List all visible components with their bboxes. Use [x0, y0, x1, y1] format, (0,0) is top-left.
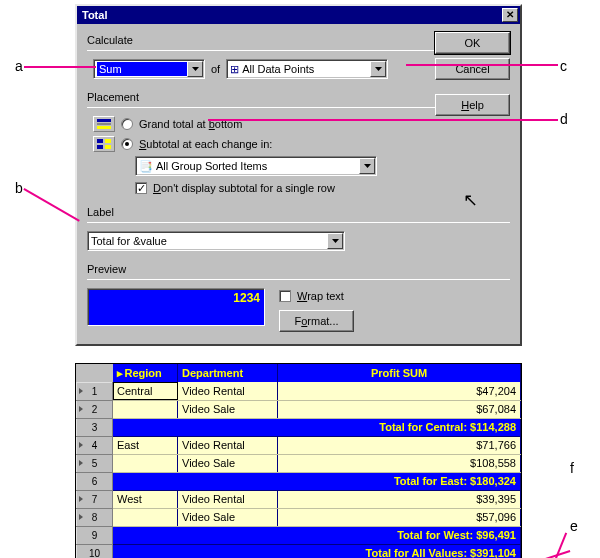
cell-profit[interactable]: $67,084: [278, 400, 521, 418]
row-header[interactable]: 10: [77, 544, 113, 558]
svg-rect-6: [105, 139, 111, 143]
total-row: Total for West: $96,491: [113, 526, 521, 544]
svg-rect-4: [97, 126, 111, 129]
grand-total-icon: [93, 116, 115, 132]
function-select[interactable]: Sum: [93, 59, 205, 79]
wrap-text-checkbox[interactable]: [279, 290, 291, 302]
annot-b: b: [15, 180, 23, 196]
dialog-title: Total: [82, 9, 502, 21]
annot-d: d: [560, 111, 568, 127]
grand-total-radio[interactable]: [121, 118, 133, 130]
cell-department[interactable]: Video Sale: [178, 454, 278, 472]
format-button[interactable]: Format...: [279, 310, 354, 332]
help-button[interactable]: Help: [435, 94, 510, 116]
label-value: Total for &value: [91, 235, 327, 247]
cell-department[interactable]: Video Rental: [178, 490, 278, 508]
cell-profit[interactable]: $47,204: [278, 382, 521, 400]
svg-rect-8: [105, 145, 111, 149]
svg-marker-9: [364, 164, 371, 168]
row-header[interactable]: 5: [77, 454, 113, 472]
total-row: Total for Central: $114,288: [113, 418, 521, 436]
data-points-select[interactable]: ⊞ All Data Points: [226, 59, 388, 79]
data-points-value: All Data Points: [242, 63, 370, 75]
cell-region[interactable]: East: [113, 436, 178, 454]
cell-department[interactable]: Video Sale: [178, 400, 278, 418]
data-grid: ▸Region Department Profit SUM 1CentralVi…: [75, 363, 522, 558]
svg-rect-7: [97, 145, 103, 149]
preview-label: Preview: [87, 263, 510, 275]
row-header[interactable]: 4: [77, 436, 113, 454]
total-dialog: Total ✕ OK Cancel Help Calculate Sum of …: [75, 4, 522, 346]
row-header[interactable]: 2: [77, 400, 113, 418]
subtotal-option[interactable]: Subtotal at each change in:: [139, 138, 272, 150]
ok-button[interactable]: OK: [435, 32, 510, 54]
subtotal-radio[interactable]: [121, 138, 133, 150]
row-header[interactable]: 7: [77, 490, 113, 508]
annot-line-d: [208, 119, 558, 121]
chevron-down-icon[interactable]: [359, 158, 375, 174]
chevron-down-icon[interactable]: [187, 61, 203, 77]
dont-display-option[interactable]: Don't display subtotal for a single row: [153, 182, 335, 194]
group-select[interactable]: 📑 All Group Sorted Items: [135, 156, 377, 176]
chevron-down-icon[interactable]: [327, 233, 343, 249]
grid-corner: [77, 364, 113, 382]
svg-rect-5: [97, 139, 103, 143]
svg-rect-2: [97, 119, 111, 122]
subtotal-icon: [93, 136, 115, 152]
annot-e: e: [570, 518, 578, 534]
svg-marker-0: [192, 67, 199, 71]
preview-box: 1234: [87, 288, 265, 326]
svg-marker-10: [332, 239, 339, 243]
close-icon[interactable]: ✕: [502, 8, 518, 22]
col-profit[interactable]: Profit SUM: [278, 364, 521, 382]
row-header[interactable]: 3: [77, 418, 113, 436]
cell-region[interactable]: [113, 508, 178, 526]
dialog-titlebar[interactable]: Total ✕: [77, 6, 520, 24]
cell-profit[interactable]: $57,096: [278, 508, 521, 526]
cell-region[interactable]: Central: [113, 382, 178, 400]
cell-region[interactable]: West: [113, 490, 178, 508]
label-select[interactable]: Total for &value: [87, 231, 345, 251]
wrap-text-option[interactable]: Wrap text: [297, 290, 344, 302]
label-label: Label: [87, 206, 510, 218]
group-value: All Group Sorted Items: [156, 160, 359, 172]
annot-c: c: [560, 58, 567, 74]
col-region[interactable]: ▸Region: [113, 364, 178, 382]
row-header[interactable]: 8: [77, 508, 113, 526]
row-header[interactable]: 6: [77, 472, 113, 490]
cancel-button[interactable]: Cancel: [435, 58, 510, 80]
col-department[interactable]: Department: [178, 364, 278, 382]
total-row: Total for All Values: $391,104: [113, 544, 521, 558]
annot-f: f: [570, 460, 574, 476]
cell-profit[interactable]: $108,558: [278, 454, 521, 472]
function-value: Sum: [97, 62, 187, 76]
chevron-down-icon[interactable]: [370, 61, 386, 77]
annot-line-c: [406, 64, 558, 66]
cell-region[interactable]: [113, 400, 178, 418]
preview-value: 1234: [233, 291, 260, 305]
row-header[interactable]: 9: [77, 526, 113, 544]
cell-department[interactable]: Video Sale: [178, 508, 278, 526]
dont-display-checkbox[interactable]: ✓: [135, 182, 147, 194]
svg-marker-1: [375, 67, 382, 71]
annot-a: a: [15, 58, 23, 74]
of-label: of: [211, 63, 220, 75]
cell-department[interactable]: Video Rental: [178, 382, 278, 400]
cell-profit[interactable]: $39,395: [278, 490, 521, 508]
total-row: Total for East: $180,324: [113, 472, 521, 490]
annot-line-b: [24, 188, 80, 221]
cell-profit[interactable]: $71,766: [278, 436, 521, 454]
annot-line-a: [24, 66, 96, 68]
svg-rect-3: [97, 123, 111, 125]
cell-department[interactable]: Video Rental: [178, 436, 278, 454]
cell-region[interactable]: [113, 454, 178, 472]
row-header[interactable]: 1: [77, 382, 113, 400]
